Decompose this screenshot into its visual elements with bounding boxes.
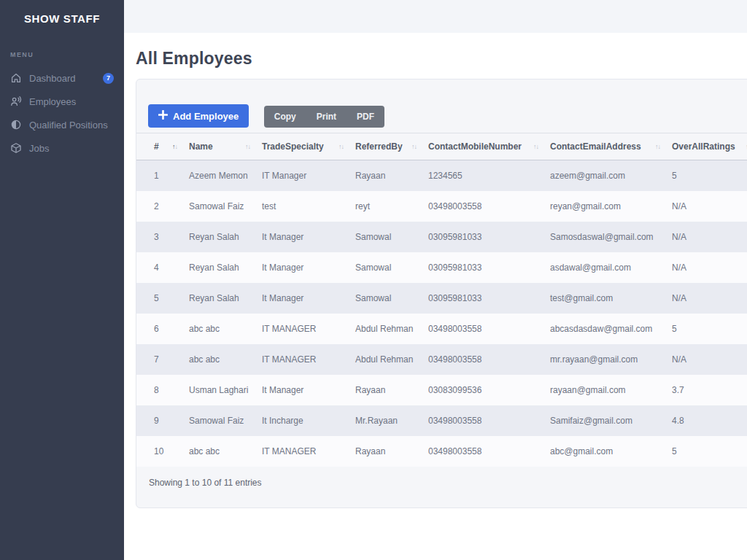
cell-referredby: Abdul Rehman: [349, 314, 422, 344]
table-row: 8Usman LaghariIt ManagerRayaan0308309953…: [136, 375, 747, 405]
sidebar-item-employees[interactable]: Employees: [0, 90, 124, 113]
add-employee-button[interactable]: Add Employee: [148, 104, 249, 128]
cell-overallratings: N/A: [666, 344, 747, 375]
cell-contactemailaddress: reyan@gmail.com: [544, 191, 666, 222]
cell-referredby: Abdul Rehman: [349, 344, 422, 375]
cell-tradespecialty: IT MANAGER: [256, 436, 349, 467]
column-header-num[interactable]: #↑↓: [136, 133, 183, 160]
cell-referredby: Samowal: [349, 283, 422, 314]
cell-name: abc abc: [183, 344, 256, 375]
cell-num: 8: [136, 375, 183, 405]
page-title: All Employees: [136, 33, 747, 79]
cell-overallratings: 5: [666, 314, 747, 344]
cell-name: Usman Laghari: [183, 375, 256, 405]
column-label: OverAllRatings: [672, 141, 735, 152]
column-label: TradeSpecialty: [262, 141, 324, 152]
cell-referredby: Samowal: [349, 252, 422, 283]
copy-button[interactable]: Copy: [264, 106, 306, 128]
cell-tradespecialty: It Incharge: [256, 405, 349, 436]
cell-contactmobilenumber: 03498003558: [422, 314, 544, 344]
table-body: 1Azeem MemonIT ManagerRayaan1234565azeem…: [136, 160, 747, 467]
table-row: 4Reyan SalahIt ManagerSamowal03095981033…: [136, 252, 747, 283]
column-header-tradespecialty[interactable]: TradeSpecialty↑↓: [256, 133, 349, 160]
cell-num: 4: [136, 252, 183, 283]
pdf-button[interactable]: PDF: [347, 106, 384, 128]
cell-contactemailaddress: mr.rayaan@gmail.com: [544, 344, 666, 375]
table-header-row: #↑↓Name↑↓TradeSpecialty↑↓ReferredBy↑↓Con…: [136, 133, 747, 160]
content: All Employees Add Employee CopyPrintPDF …: [124, 33, 747, 508]
cell-overallratings: 3.7: [666, 375, 747, 405]
table-row: 5Reyan SalahIt ManagerSamowal03095981033…: [136, 283, 747, 314]
cell-contactmobilenumber: 03498003558: [422, 191, 544, 222]
cell-contactmobilenumber: 03498003558: [422, 436, 544, 467]
table-row: 2Samowal Faiztestreyt03498003558reyan@gm…: [136, 191, 747, 222]
cell-referredby: Rayaan: [349, 436, 422, 467]
plus-icon: [158, 110, 168, 122]
main-area: All Employees Add Employee CopyPrintPDF …: [124, 0, 747, 560]
sort-icon: ↑↓: [338, 143, 344, 150]
table-info: Showing 1 to 10 of 11 entries: [149, 478, 747, 488]
cell-contactemailaddress: abc@gmail.com: [544, 436, 666, 467]
home-icon: [10, 72, 22, 84]
employees-table: #↑↓Name↑↓TradeSpecialty↑↓ReferredBy↑↓Con…: [136, 133, 747, 467]
cell-num: 1: [136, 160, 183, 191]
cell-tradespecialty: IT MANAGER: [256, 314, 349, 344]
cell-referredby: Samowal: [349, 222, 422, 252]
table-row: 7abc abcIT MANAGERAbdul Rehman0349800355…: [136, 344, 747, 375]
column-label: ReferredBy: [355, 141, 403, 152]
cell-contactemailaddress: Samifaiz@gmail.com: [544, 405, 666, 436]
cell-referredby: reyt: [349, 191, 422, 222]
cell-name: Reyan Salah: [183, 222, 256, 252]
column-header-contactmobilenumber[interactable]: ContactMobileNumber↑↓: [422, 133, 544, 160]
table-row: 6abc abcIT MANAGERAbdul Rehman0349800355…: [136, 314, 747, 344]
cell-overallratings: N/A: [666, 283, 747, 314]
cell-overallratings: N/A: [666, 191, 747, 222]
column-header-overallratings[interactable]: OverAllRatings↑↓: [666, 133, 747, 160]
sort-icon: ↑↓: [172, 143, 177, 150]
table-row: 1Azeem MemonIT ManagerRayaan1234565azeem…: [136, 160, 747, 191]
sort-icon: ↑↓: [655, 143, 660, 150]
column-header-referredby[interactable]: ReferredBy↑↓: [349, 133, 422, 160]
cell-num: 9: [136, 405, 183, 436]
cell-name: Samowal Faiz: [183, 405, 256, 436]
table-row: 9Samowal FaizIt InchargeMr.Rayaan0349800…: [136, 405, 747, 436]
export-button-group: CopyPrintPDF: [264, 106, 384, 128]
cell-num: 6: [136, 314, 183, 344]
sidebar-item-qualified-positions[interactable]: Qualified Positions: [0, 113, 124, 136]
sidebar-item-label: Jobs: [29, 143, 49, 154]
sort-icon: ↑↓: [533, 143, 538, 150]
cell-tradespecialty: It Manager: [256, 375, 349, 405]
cell-overallratings: N/A: [666, 222, 747, 252]
half-circle-icon: [10, 119, 22, 131]
sidebar: SHOW STAFF MENU Dashboard7EmployeesQuali…: [0, 0, 124, 560]
cell-contactmobilenumber: 03095981033: [422, 252, 544, 283]
sidebar-item-dashboard[interactable]: Dashboard7: [0, 66, 124, 90]
notification-badge: 7: [103, 73, 114, 84]
cell-contactemailaddress: azeem@gmail.com: [544, 160, 666, 191]
sidebar-item-label: Employees: [29, 96, 76, 107]
cell-tradespecialty: It Manager: [256, 252, 349, 283]
table-row: 10abc abcIT MANAGERRayaan03498003558abc@…: [136, 436, 747, 467]
cell-contactemailaddress: abcasdasdaw@gmail.com: [544, 314, 666, 344]
users-icon: [10, 96, 22, 107]
sidebar-item-label: Qualified Positions: [29, 120, 108, 131]
topbar: [124, 0, 747, 33]
sidebar-item-jobs[interactable]: Jobs: [0, 136, 124, 160]
menu-section-label: MENU: [10, 51, 124, 58]
app-brand: SHOW STAFF: [0, 0, 124, 25]
cell-tradespecialty: test: [256, 191, 349, 222]
cell-tradespecialty: It Manager: [256, 283, 349, 314]
column-header-name[interactable]: Name↑↓: [183, 133, 256, 160]
cell-num: 3: [136, 222, 183, 252]
cell-name: abc abc: [183, 314, 256, 344]
cell-contactemailaddress: rayaan@gmail.com: [544, 375, 666, 405]
cell-name: Reyan Salah: [183, 283, 256, 314]
table-row: 3Reyan SalahIt ManagerSamowal03095981033…: [136, 222, 747, 252]
print-button[interactable]: Print: [306, 106, 347, 128]
cell-num: 7: [136, 344, 183, 375]
cell-referredby: Mr.Rayaan: [349, 405, 422, 436]
cell-tradespecialty: IT Manager: [256, 160, 349, 191]
column-header-contactemailaddress[interactable]: ContactEmailAddress↑↓: [544, 133, 666, 160]
cell-name: abc abc: [183, 436, 256, 467]
cell-contactmobilenumber: 03083099536: [422, 375, 544, 405]
